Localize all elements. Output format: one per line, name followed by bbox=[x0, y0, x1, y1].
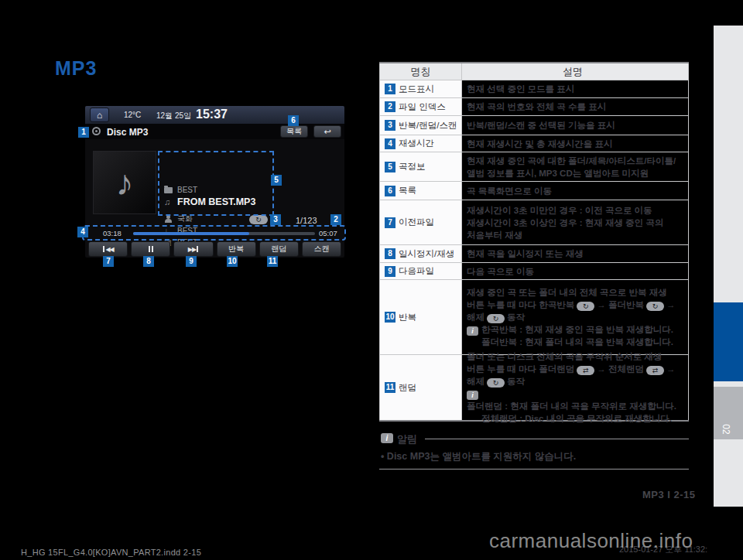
next-file-button[interactable] bbox=[173, 241, 213, 257]
desc-seg: → bbox=[666, 300, 676, 309]
row-desc: 재생시간이 3초 미만인 경우 : 이전 곡으로 이동 재생시간이 3초 이상인… bbox=[462, 200, 689, 244]
table-row: 9다음파일 다음 곡으로 이동 bbox=[379, 263, 689, 280]
row-name-cell: 2파일 인덱스 bbox=[379, 98, 462, 115]
scan-button[interactable]: 스캔 bbox=[302, 241, 341, 257]
callout-3: 3 bbox=[270, 214, 281, 225]
back-button[interactable] bbox=[313, 125, 341, 138]
row-name: 일시정지/재생 bbox=[399, 248, 454, 260]
callout-10: 10 bbox=[227, 256, 238, 267]
notice-divider bbox=[425, 439, 689, 439]
row-desc: 곡 목록화면으로 이동 bbox=[462, 182, 689, 200]
temperature-label: 12°C bbox=[124, 111, 141, 119]
desc-seg: 해제 bbox=[467, 377, 484, 386]
row-num-badge: 3 bbox=[385, 120, 395, 131]
list-button[interactable]: 목록 bbox=[280, 125, 308, 138]
table-row: 4재생시간 현재 재생시간 및 총 재생시간을 표시 bbox=[379, 135, 689, 152]
notice-title: 알림 bbox=[397, 432, 417, 446]
random-button[interactable]: 랜덤 bbox=[259, 241, 299, 257]
notice-bullet: • Disc MP3는 앨범아트를 지원하지 않습니다. bbox=[381, 450, 576, 463]
desc-line: 재생 중인 곡 또는 폴더 내의 전체 곡으로 반복 재생 bbox=[467, 286, 683, 299]
repeat-one-icon bbox=[577, 302, 594, 311]
table-row: 5곡정보 현재 재생 중인 곡에 대한 폴더/제목/아티스트/타이틀/ 앨범 정… bbox=[379, 152, 689, 182]
chapter-number: 02 bbox=[721, 424, 731, 434]
repeat-off-icon bbox=[487, 314, 505, 323]
callout-frame-song-info bbox=[158, 151, 274, 216]
info-icon bbox=[467, 326, 478, 336]
table-row: 8일시정지/재생 현재 곡을 일시정지 또는 재생 bbox=[379, 245, 689, 263]
desc-note-line: 전체랜덤 : Disc 내의 곡을 무작위로 재생합니다. bbox=[467, 412, 683, 425]
row-name-cell: 4재생시간 bbox=[379, 135, 462, 152]
pause-button[interactable] bbox=[131, 241, 170, 257]
callout-1: 1 bbox=[78, 127, 89, 138]
callout-8: 8 bbox=[143, 256, 154, 267]
callout-2: 2 bbox=[330, 214, 341, 225]
date-label: 12월 25일 bbox=[156, 111, 191, 121]
row-name: 곡정보 bbox=[399, 161, 426, 172]
row-name-cell: 6목록 bbox=[379, 182, 462, 200]
row-desc: 현재 선택 중인 모드를 표시 bbox=[462, 80, 689, 97]
row-name-cell: 5곡정보 bbox=[379, 152, 462, 181]
table-row-random: 11랜덤 폴더 또는 디스크 전체의 곡을 무작위 순서로 재생 버튼 누를 때… bbox=[379, 355, 689, 420]
row-name: 모드표시 bbox=[399, 84, 434, 95]
notice-info-icon bbox=[381, 433, 393, 443]
chapter-tab-gray: 02 bbox=[714, 387, 743, 439]
callout-6: 6 bbox=[288, 115, 299, 126]
row-desc: 현재 곡의 번호와 전체 곡 수를 표시 bbox=[462, 98, 689, 115]
row-name: 반복/랜덤/스캔 bbox=[399, 120, 457, 131]
page-title: MP3 bbox=[55, 57, 97, 80]
row-desc: 현재 곡을 일시정지 또는 재생 bbox=[462, 245, 689, 262]
desc-line: 해제동작 bbox=[467, 375, 683, 388]
desc-seg: → 폴더반복 bbox=[597, 300, 644, 309]
desc-note: 폴더랜덤 : 현재 폴더 내의 곡을 무작위로 재생합니다. bbox=[467, 401, 676, 411]
row-name-cell: 1모드표시 bbox=[379, 80, 462, 97]
row-num-badge: 5 bbox=[385, 162, 395, 172]
repeat-button[interactable]: 반복 bbox=[217, 241, 256, 257]
row-name: 랜덤 bbox=[399, 382, 416, 394]
desc-note-line: 폴더반복 : 현재 폴더 내의 곡을 반복 재생합니다. bbox=[467, 336, 683, 348]
desc-line: 해제동작 bbox=[467, 311, 683, 323]
mode-title: Disc MP3 bbox=[107, 127, 148, 138]
row-name-cell: 11랜덤 bbox=[379, 355, 462, 420]
status-bar: 12°C 12월 25일 15:37 bbox=[85, 106, 344, 124]
row-num-badge: 7 bbox=[385, 217, 395, 228]
row-name: 반복 bbox=[399, 312, 416, 323]
row-name-cell: 8일시정지/재생 bbox=[379, 245, 462, 262]
row-desc: 재생 중인 곡 또는 폴더 내의 전체 곡으로 반복 재생 버튼 누를 때 마다… bbox=[462, 280, 689, 354]
notice-bottom-divider bbox=[379, 469, 689, 470]
chapter-tab-blue bbox=[714, 302, 743, 381]
pause-bar-icon bbox=[152, 246, 153, 252]
row-num-badge: 11 bbox=[385, 382, 395, 393]
desc-note: 한곡반복 : 현재 재생 중인 곡을 반복 재생합니다. bbox=[481, 325, 673, 334]
manual-page: MP3 12°C 12월 25일 15:37 Disc MP3 목록 BEST … bbox=[0, 0, 743, 560]
table-row-repeat: 10반복 재생 중인 곡 또는 폴더 내의 전체 곡으로 반복 재생 버튼 누를… bbox=[379, 280, 689, 355]
next-icon bbox=[188, 246, 196, 253]
row-name-cell: 10반복 bbox=[379, 280, 462, 354]
desc-note: 전체랜덤 : Disc 내의 곡을 무작위로 재생합니다. bbox=[481, 414, 672, 423]
row-num-badge: 2 bbox=[385, 101, 395, 112]
table-row: 6목록 곡 목록화면으로 이동 bbox=[379, 182, 689, 200]
home-button[interactable] bbox=[90, 108, 109, 122]
watermark: carmanualsonline.info bbox=[489, 529, 693, 553]
callout-5: 5 bbox=[271, 175, 282, 186]
transport-controls: 반복 랜덤 스캔 bbox=[85, 241, 344, 258]
callout-4: 4 bbox=[77, 227, 88, 237]
desc-line: 버튼 누를 때 마다 한곡반복→ 폴더반복→ bbox=[467, 299, 683, 311]
clock-label: 15:37 bbox=[196, 108, 228, 121]
desc-seg: 동작 bbox=[507, 312, 525, 322]
desc-note-line: 한곡반복 : 현재 재생 중인 곡을 반복 재생합니다. bbox=[467, 323, 683, 336]
previous-file-button[interactable] bbox=[88, 241, 128, 257]
table-header-row: 명칭 설명 bbox=[379, 63, 689, 80]
row-desc: 다음 곡으로 이동 bbox=[462, 263, 689, 279]
row-desc: 반복/랜덤/스캔 중 선택된 기능을 표시 bbox=[462, 116, 689, 135]
desc-note-line: 폴더랜덤 : 현재 폴더 내의 곡을 무작위로 재생합니다. bbox=[467, 388, 683, 412]
desc-line: 폴더 또는 디스크 전체의 곡을 무작위 순서로 재생 bbox=[467, 350, 683, 363]
desc-seg: 해제 bbox=[467, 312, 484, 322]
table-row: 3반복/랜덤/스캔 반복/랜덤/스캔 중 선택된 기능을 표시 bbox=[379, 116, 689, 135]
callout-frame-progress bbox=[82, 225, 346, 241]
random-all-icon bbox=[646, 366, 664, 375]
info-icon bbox=[467, 391, 478, 400]
title-bar: Disc MP3 목록 bbox=[85, 124, 344, 139]
header-description: 설명 bbox=[462, 63, 689, 80]
desc-seg: → 전체랜덤 bbox=[597, 364, 644, 374]
table-row: 1모드표시 현재 선택 중인 모드를 표시 bbox=[379, 80, 689, 98]
